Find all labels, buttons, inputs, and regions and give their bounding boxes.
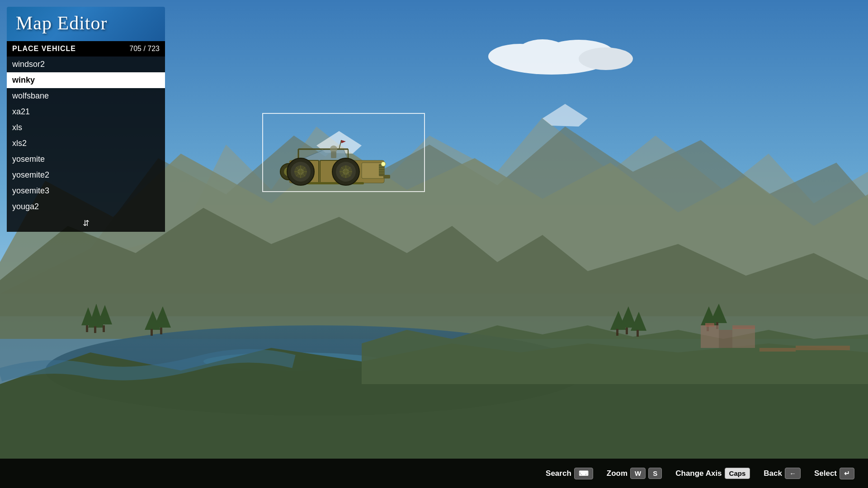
left-panel: Map Editor PLACE VEHICLE 705 / 723 winds…	[7, 7, 165, 232]
back-label: Back	[764, 469, 782, 478]
svg-rect-27	[626, 328, 628, 334]
vehicle-list-item[interactable]: xa21	[7, 104, 165, 120]
vehicle-list-item[interactable]: yosemite	[7, 151, 165, 167]
svg-marker-83	[341, 140, 346, 143]
vehicle-list-item[interactable]: winky	[7, 72, 165, 88]
svg-rect-39	[796, 346, 850, 350]
svg-rect-34	[705, 323, 714, 327]
search-control: Search ⌨	[546, 468, 593, 479]
svg-point-44	[518, 39, 567, 65]
svg-rect-26	[616, 329, 618, 336]
svg-rect-33	[701, 325, 719, 348]
search-key: ⌨	[574, 468, 593, 479]
svg-rect-18	[103, 325, 105, 332]
svg-rect-37	[732, 325, 755, 329]
svg-rect-17	[94, 326, 96, 333]
vehicle-list-item[interactable]: youga2	[7, 199, 165, 215]
zoom-w-key: W	[630, 468, 646, 479]
vehicle-list-item[interactable]: xls2	[7, 136, 165, 151]
title-banner: Map Editor	[7, 7, 165, 41]
vehicle-counter: 705 / 723	[129, 45, 160, 53]
vehicle-list-header: PLACE VEHICLE 705 / 723	[7, 41, 165, 56]
select-control: Select ↵	[814, 468, 854, 479]
change-axis-label: Change Axis	[675, 469, 722, 478]
zoom-control: Zoom W S	[607, 468, 662, 479]
svg-rect-21	[151, 329, 153, 336]
caps-key: Caps	[725, 468, 750, 479]
vehicle-list-item[interactable]: yosemite2	[7, 167, 165, 183]
select-label: Select	[814, 469, 837, 478]
zoom-s-key: S	[648, 468, 662, 479]
back-key: ←	[785, 468, 801, 479]
vehicle-list-item[interactable]: xls	[7, 120, 165, 136]
search-label: Search	[546, 469, 571, 478]
svg-rect-81	[331, 151, 336, 158]
change-axis-control: Change Axis Caps	[675, 468, 750, 479]
control-bar: Search ⌨ Zoom W S Change Axis Caps Back …	[0, 459, 868, 488]
jeep-model	[267, 124, 411, 197]
vehicle-list-item[interactable]: yosemite3	[7, 183, 165, 199]
svg-point-58	[381, 162, 386, 166]
vehicle-list-item[interactable]: windsor2	[7, 56, 165, 72]
svg-rect-38	[760, 348, 796, 352]
svg-line-82	[339, 140, 341, 149]
svg-rect-28	[637, 330, 639, 337]
back-control: Back ←	[764, 468, 801, 479]
svg-rect-35	[719, 330, 732, 348]
svg-rect-16	[86, 325, 88, 332]
map-editor-title: Map Editor	[16, 13, 107, 33]
svg-rect-36	[732, 328, 755, 348]
scroll-indicator[interactable]: ⇵	[7, 215, 165, 232]
select-key: ↵	[840, 468, 854, 479]
vehicle-list-item[interactable]: wolfsbane	[7, 88, 165, 104]
place-vehicle-label: PLACE VEHICLE	[12, 45, 76, 53]
svg-rect-62	[383, 175, 390, 178]
svg-rect-22	[160, 328, 162, 334]
vehicle-preview	[249, 113, 439, 203]
zoom-label: Zoom	[607, 469, 627, 478]
svg-point-43	[579, 47, 633, 70]
vehicle-list: windsor2winkywolfsbanexa21xlsxls2yosemit…	[7, 56, 165, 215]
